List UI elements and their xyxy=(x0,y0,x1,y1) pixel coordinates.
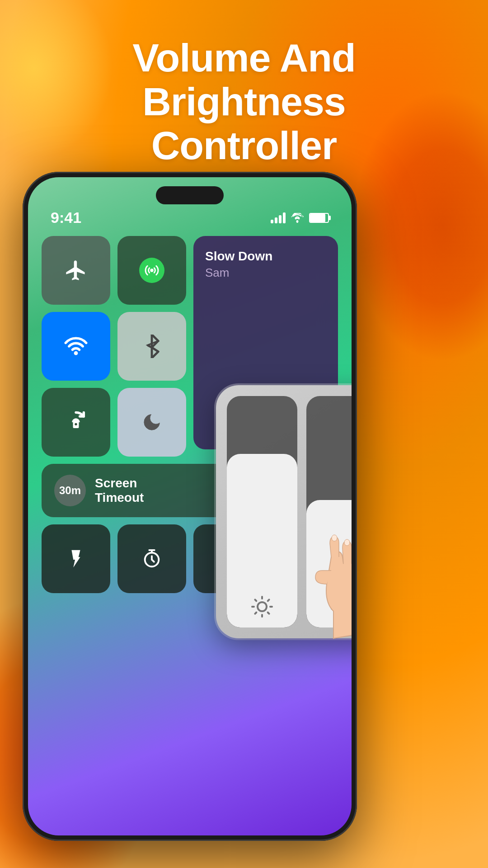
wifi-status-icon xyxy=(291,213,304,223)
volume-brightness-widget xyxy=(216,385,352,638)
rotation-lock-tile[interactable] xyxy=(42,388,110,457)
sun-icon xyxy=(251,596,273,618)
status-icons xyxy=(271,212,329,223)
hotspot-tile[interactable] xyxy=(117,236,186,305)
wifi-icon xyxy=(64,336,88,356)
hotspot-icon xyxy=(139,258,164,283)
status-time: 9:41 xyxy=(51,209,81,226)
svg-point-26 xyxy=(332,535,337,541)
rotation-lock-icon xyxy=(64,410,88,434)
bluetooth-tile[interactable] xyxy=(117,312,186,381)
screen-timeout-badge: 30m xyxy=(54,475,86,506)
phone-frame: 9:41 xyxy=(23,172,357,841)
flashlight-icon xyxy=(66,548,86,569)
do-not-disturb-tile[interactable] xyxy=(117,388,186,457)
signal-bars-icon xyxy=(271,212,286,223)
flashlight-tile[interactable] xyxy=(42,524,110,593)
airplane-mode-tile[interactable] xyxy=(42,236,110,305)
brightness-slider[interactable] xyxy=(227,396,297,627)
svg-point-27 xyxy=(344,539,350,546)
now-playing-artist: Sam xyxy=(205,266,272,280)
battery-icon xyxy=(309,213,329,223)
bluetooth-icon xyxy=(144,335,160,358)
svg-point-1 xyxy=(74,351,78,355)
screen-timeout-label: ScreenTimeout xyxy=(95,476,144,505)
svg-line-24 xyxy=(268,599,269,601)
status-bar: 9:41 xyxy=(28,209,352,226)
hand-pointer-overlay xyxy=(302,489,352,647)
airplane-icon xyxy=(64,259,88,282)
svg-line-23 xyxy=(255,613,256,614)
now-playing-title: Slow Down xyxy=(205,249,272,264)
header-title: Volume And Brightness Controller xyxy=(0,36,488,167)
svg-point-16 xyxy=(258,602,267,611)
svg-point-0 xyxy=(150,269,154,272)
phone-mockup: 9:41 xyxy=(23,172,357,841)
app-title: Volume And Brightness Controller xyxy=(27,36,461,167)
timer-tile[interactable] xyxy=(117,524,186,593)
wifi-tile[interactable] xyxy=(42,312,110,381)
dynamic-island xyxy=(156,186,224,204)
svg-line-19 xyxy=(255,599,256,601)
svg-line-20 xyxy=(268,613,269,614)
svg-point-5 xyxy=(75,423,77,425)
phone-screen: 9:41 xyxy=(28,177,352,835)
moon-icon xyxy=(141,412,162,433)
timer-icon xyxy=(141,548,162,569)
